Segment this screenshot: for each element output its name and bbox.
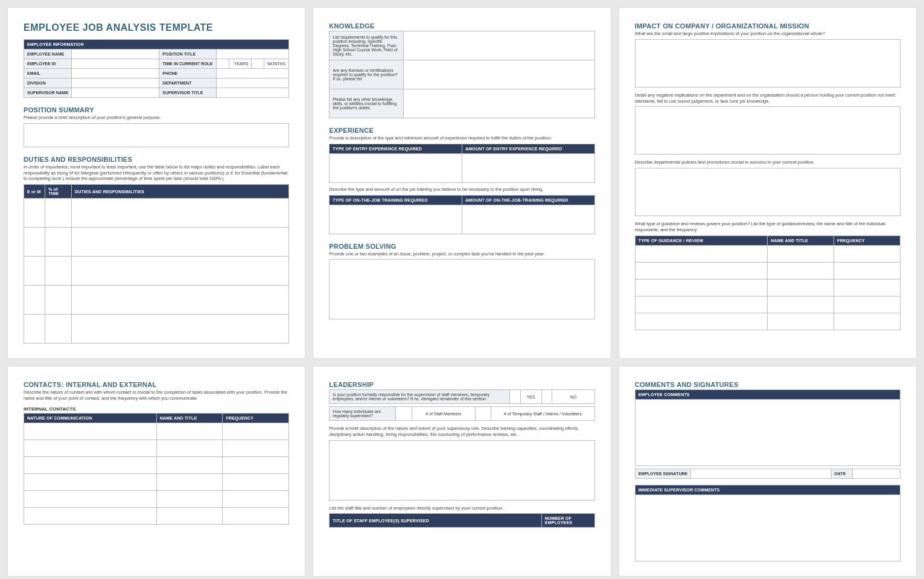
guidance-c3: FREQUENCY <box>834 235 900 245</box>
label-emp-id: EMPLOYEE ID <box>24 59 72 69</box>
no-checkbox[interactable] <box>541 390 552 404</box>
duties-col2: % of TIME <box>45 185 72 199</box>
page-4: CONTACTS: INTERNAL AND EXTERNAL Describe… <box>7 366 305 577</box>
temp-count[interactable] <box>475 407 491 421</box>
duties-col1: E or M <box>24 185 45 199</box>
page-2: KNOWLEDGE List requirements to qualify f… <box>313 7 611 359</box>
input-division[interactable] <box>72 78 159 88</box>
leadership-list-desc: List the staff title and number of emplo… <box>329 505 594 511</box>
label-dept: DEPARTMENT <box>159 78 216 88</box>
guidance-table: TYPE OF GUIDANCE / REVIEW NAME AND TITLE… <box>635 235 900 330</box>
impact-box2[interactable] <box>635 106 900 155</box>
duties-desc: In order of importance, most important t… <box>24 164 289 182</box>
pos-summary-desc: Please provide a brief description of yo… <box>24 115 289 121</box>
sup-tc1: TITLE OF STAFF EMPLOYEE(S) SUPERVISED <box>330 514 541 528</box>
input-dept[interactable] <box>216 78 289 88</box>
comments-title: COMMENTS AND SIGNATURES <box>635 381 900 388</box>
label-time-role: TIME IN CURRENT ROLE <box>159 59 216 69</box>
staff-count[interactable] <box>396 407 412 421</box>
impact-box3[interactable] <box>635 168 900 216</box>
emp-comments-table: EMPLOYEE COMMENTS <box>635 389 900 466</box>
temp-label: # of Temporary Staff / Interns / Volunte… <box>491 407 594 421</box>
label-pos-title: POSITION TITLE <box>159 50 216 59</box>
yes-checkbox[interactable] <box>510 390 521 404</box>
leadership-box[interactable] <box>329 440 594 501</box>
page-6: COMMENTS AND SIGNATURES EMPLOYEE COMMENT… <box>619 366 917 577</box>
emp-sig-table: EMPLOYEE SIGNATURE DATE <box>635 469 900 479</box>
leadership-q1: Is your position formally responsible fo… <box>330 390 510 404</box>
input-emp-id[interactable] <box>72 59 159 69</box>
duties-title: DUTIES AND RESPONSIBILITIES <box>24 156 289 163</box>
impact-q2: Detail any negative implications on the … <box>635 92 900 104</box>
label-emp-name: EMPLOYEE NAME <box>24 50 72 59</box>
leadership-q-table: Is your position formally responsible fo… <box>329 389 594 404</box>
impact-q1: What are the small and large positive im… <box>635 31 900 37</box>
date-box[interactable] <box>852 469 900 479</box>
date-label: DATE <box>831 469 852 479</box>
sup-comments-box[interactable] <box>635 495 900 561</box>
page-3: IMPACT ON COMPANY / ORGANIZATIONAL MISSI… <box>619 7 917 359</box>
sup-comments-table: IMMEDIATE SUPERVISOR COMMENTS <box>635 485 900 561</box>
label-sup-name: SUPERVISOR NAME <box>24 88 72 98</box>
supervised-table: TITLE OF STAFF EMPLOYEE(S) SUPERVISED NU… <box>329 513 594 528</box>
exp-t2c2: AMOUNT OF ON-THE-JOB-TRAINING REQUIRED <box>462 195 594 205</box>
guidance-c2: NAME AND TITLE <box>768 235 834 245</box>
yes-label: YES <box>520 390 541 404</box>
knowledge-q1: List requirements to qualify for this po… <box>330 31 404 60</box>
contacts-desc: Describe the nature of contact and with … <box>24 389 289 401</box>
guidance-c1: TYPE OF GUIDANCE / REVIEW <box>635 235 768 245</box>
problem-box[interactable] <box>329 259 594 319</box>
input-sup-name[interactable] <box>72 88 159 98</box>
leadership-q2: How many individuals are regularly super… <box>330 407 396 421</box>
emp-sig-label: EMPLOYEE SIGNATURE <box>635 469 691 479</box>
exp-t1c1: TYPE OF ENTRY EXPERIENCE REQUIRED <box>330 144 462 153</box>
input-pos-title[interactable] <box>216 50 289 59</box>
label-division: DIVISION <box>24 78 72 88</box>
main-title: EMPLOYEE JOB ANALYSIS TEMPLATE <box>24 22 289 33</box>
exp-desc1: Provide a description of the type and mi… <box>329 135 594 141</box>
exp-table1: TYPE OF ENTRY EXPERIENCE REQUIRED AMOUNT… <box>329 144 594 183</box>
input-email[interactable] <box>72 69 159 78</box>
page-1: EMPLOYEE JOB ANALYSIS TEMPLATE EMPLOYEE … <box>7 7 305 359</box>
emp-sig-box[interactable] <box>691 469 832 479</box>
exp-t1c2: AMOUNT OF ENTRY EXPERIENCE REQUIRED <box>462 144 594 153</box>
sup-comments-header: IMMEDIATE SUPERVISOR COMMENTS <box>635 485 900 495</box>
pos-summary-box[interactable] <box>24 123 289 147</box>
employee-info-table: EMPLOYEE INFORMATION EMPLOYEE NAME POSIT… <box>24 39 289 98</box>
exp-t2c1: TYPE OF ON-THE-JOB TRAINING REQUIRED <box>330 195 462 205</box>
duties-table: E or M % of TIME DUTIES AND RESPONSIBILI… <box>24 184 289 344</box>
knowledge-title: KNOWLEDGE <box>329 22 594 30</box>
experience-title: EXPERIENCE <box>329 127 594 134</box>
exp-desc2: Describe the type and amount of on the j… <box>329 187 594 193</box>
label-years: YEARS <box>229 59 252 68</box>
knowledge-q3: Please list any other knowledge, skills,… <box>330 89 404 118</box>
problem-title: PROBLEM SOLVING <box>329 243 594 250</box>
knowledge-table: List requirements to qualify for this po… <box>329 31 594 118</box>
duties-col3: DUTIES AND RESPONSIBILITIES <box>72 185 289 199</box>
emp-comments-header: EMPLOYEE COMMENTS <box>635 390 900 400</box>
leadership-title: LEADERSHIP <box>329 381 594 388</box>
input-months[interactable] <box>252 59 264 68</box>
contacts-table: NATURE OF COMMUNICATION NAME AND TITLE F… <box>24 413 289 525</box>
impact-box1[interactable] <box>635 39 900 88</box>
impact-q4: What type of guidance and reviews govern… <box>635 221 900 233</box>
contacts-title: CONTACTS: INTERNAL AND EXTERNAL <box>24 381 289 388</box>
input-years[interactable] <box>217 59 229 68</box>
emp-info-header: EMPLOYEE INFORMATION <box>24 40 289 50</box>
label-sup-title: SUPERVISOR TITLE <box>159 88 216 98</box>
knowledge-q2: Are any licenses or certifications requi… <box>330 60 404 89</box>
no-label: NO <box>552 390 594 404</box>
internal-contacts-sub: INTERNAL CONTACTS <box>24 406 289 412</box>
label-email: EMAIL <box>24 69 72 78</box>
leadership-count-table: How many individuals are regularly super… <box>329 406 594 421</box>
exp-table2: TYPE OF ON-THE-JOB TRAINING REQUIRED AMO… <box>329 195 594 234</box>
pos-summary-title: POSITION SUMMARY <box>24 106 289 114</box>
contacts-c3: FREQUENCY <box>223 413 289 423</box>
impact-q3: Describe departmental policies and proce… <box>635 159 900 165</box>
contacts-c2: NAME AND TITLE <box>156 413 223 423</box>
input-sup-title[interactable] <box>216 88 289 98</box>
emp-comments-box[interactable] <box>635 400 900 466</box>
input-emp-name[interactable] <box>72 50 159 59</box>
input-phone[interactable] <box>216 69 289 78</box>
template-grid: EMPLOYEE JOB ANALYSIS TEMPLATE EMPLOYEE … <box>0 0 924 579</box>
